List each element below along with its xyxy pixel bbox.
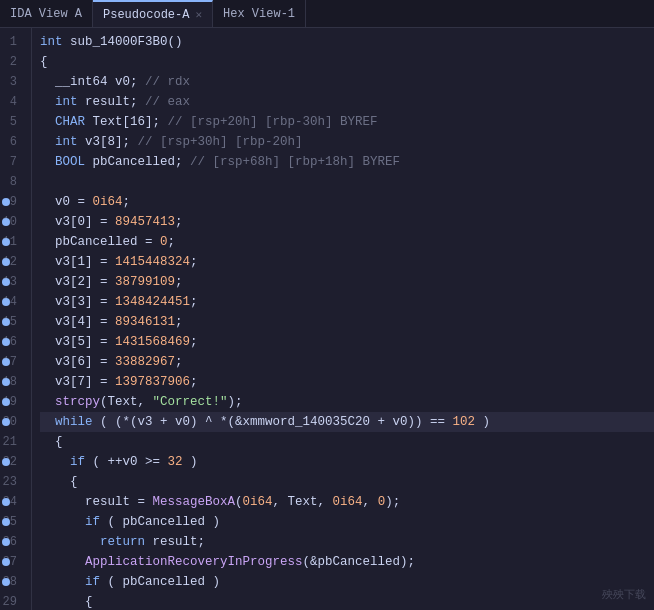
code-line: int v3[8]; // [rsp+30h] [rbp-20h] (40, 132, 654, 152)
code-line: int result; // eax (40, 92, 654, 112)
tab-pseudocode[interactable]: Pseudocode-A ✕ (93, 0, 213, 27)
line-number: 20 (0, 412, 23, 432)
breakpoint-dot (2, 338, 10, 346)
code-line: v3[4] = 89346131; (40, 312, 654, 332)
code-line: if ( pbCancelled ) (40, 512, 654, 532)
code-line: result = MessageBoxA(0i64, Text, 0i64, 0… (40, 492, 654, 512)
line-number: 1 (0, 32, 23, 52)
line-number: 26 (0, 532, 23, 552)
code-line: v3[1] = 1415448324; (40, 252, 654, 272)
breakpoint-dot (2, 278, 10, 286)
line-number: 27 (0, 552, 23, 572)
tab-hex-view-label: Hex View-1 (223, 7, 295, 21)
tab-hex-view[interactable]: Hex View-1 (213, 0, 306, 27)
code-line: v3[7] = 1397837906; (40, 372, 654, 392)
breakpoint-dot (2, 578, 10, 586)
line-number: 9 (0, 192, 23, 212)
code-line: v3[6] = 33882967; (40, 352, 654, 372)
tab-bar: IDA View A Pseudocode-A ✕ Hex View-1 (0, 0, 654, 28)
line-number: 24 (0, 492, 23, 512)
code-line: v3[5] = 1431568469; (40, 332, 654, 352)
breakpoint-dot (2, 258, 10, 266)
line-number: 29 (0, 592, 23, 610)
line-number: 8 (0, 172, 23, 192)
line-number: 23 (0, 472, 23, 492)
line-number: 21 (0, 432, 23, 452)
line-number: 13 (0, 272, 23, 292)
code-line: pbCancelled = 0; (40, 232, 654, 252)
breakpoint-dot (2, 238, 10, 246)
breakpoint-dot (2, 378, 10, 386)
tab-pseudocode-label: Pseudocode-A (103, 8, 189, 22)
breakpoint-dot (2, 498, 10, 506)
tab-ida-view[interactable]: IDA View A (0, 0, 93, 27)
code-lines: int sub_14000F3B0(){ __int64 v0; // rdx … (32, 28, 654, 610)
code-line: v3[0] = 89457413; (40, 212, 654, 232)
line-number: 28 (0, 572, 23, 592)
code-line: ApplicationRecoveryInProgress(&pbCancell… (40, 552, 654, 572)
code-line (40, 172, 654, 192)
line-number: 12 (0, 252, 23, 272)
breakpoint-dot (2, 518, 10, 526)
line-number: 19 (0, 392, 23, 412)
code-line: { (40, 432, 654, 452)
line-number: 2 (0, 52, 23, 72)
line-number: 7 (0, 152, 23, 172)
breakpoint-dot (2, 418, 10, 426)
code-line: { (40, 52, 654, 72)
line-number: 4 (0, 92, 23, 112)
code-line: v0 = 0i64; (40, 192, 654, 212)
breakpoint-dot (2, 318, 10, 326)
code-line: int sub_14000F3B0() (40, 32, 654, 52)
line-number: 22 (0, 452, 23, 472)
tab-ida-view-label: IDA View A (10, 7, 82, 21)
watermark: 殃殃下载 (602, 587, 646, 602)
line-number: 3 (0, 72, 23, 92)
line-number: 18 (0, 372, 23, 392)
code-line: return result; (40, 532, 654, 552)
breakpoint-dot (2, 358, 10, 366)
breakpoint-dot (2, 198, 10, 206)
line-number: 11 (0, 232, 23, 252)
code-line: v3[2] = 38799109; (40, 272, 654, 292)
line-number: 6 (0, 132, 23, 152)
line-number: 5 (0, 112, 23, 132)
code-line: if ( ++v0 >= 32 ) (40, 452, 654, 472)
code-area: 1234567891011121314151617181920212223242… (0, 28, 654, 610)
line-number: 10 (0, 212, 23, 232)
code-line: { (40, 472, 654, 492)
code-line: v3[3] = 1348424451; (40, 292, 654, 312)
code-line: BOOL pbCancelled; // [rsp+68h] [rbp+18h]… (40, 152, 654, 172)
code-line: while ( (*(v3 + v0) ^ *(&xmmword_140035C… (40, 412, 654, 432)
breakpoint-dot (2, 398, 10, 406)
line-number: 16 (0, 332, 23, 352)
line-number: 15 (0, 312, 23, 332)
breakpoint-dot (2, 558, 10, 566)
breakpoint-dot (2, 538, 10, 546)
code-line: strcpy(Text, "Correct!"); (40, 392, 654, 412)
breakpoint-dot (2, 458, 10, 466)
breakpoint-dot (2, 298, 10, 306)
code-line: CHAR Text[16]; // [rsp+20h] [rbp-30h] BY… (40, 112, 654, 132)
line-numbers: 1234567891011121314151617181920212223242… (0, 28, 32, 610)
code-line: if ( pbCancelled ) (40, 572, 654, 592)
line-number: 25 (0, 512, 23, 532)
code-line: __int64 v0; // rdx (40, 72, 654, 92)
line-number: 17 (0, 352, 23, 372)
tab-pseudocode-close[interactable]: ✕ (195, 8, 202, 21)
breakpoint-dot (2, 218, 10, 226)
code-line: { (40, 592, 654, 610)
line-number: 14 (0, 292, 23, 312)
